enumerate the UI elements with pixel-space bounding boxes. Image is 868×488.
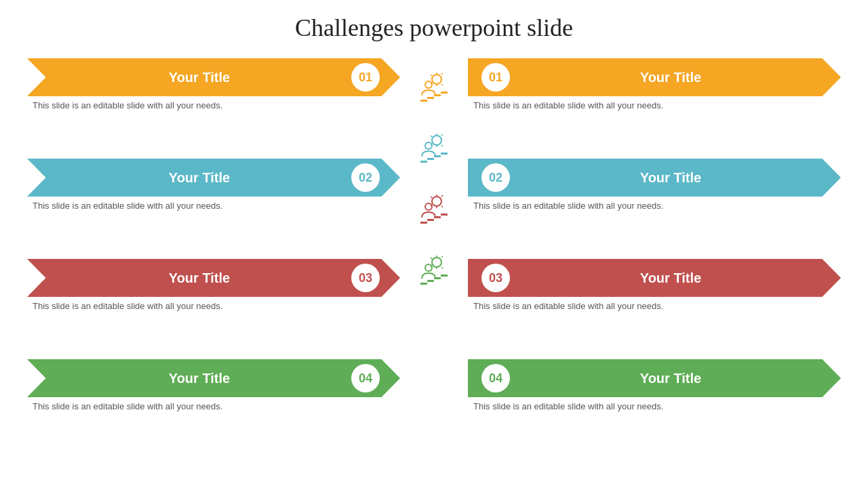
center-icon-2 (407, 126, 461, 174)
center-icon-3 (407, 187, 461, 235)
left-row-3: Your Title 03 This slide is an editable … (27, 259, 400, 359)
svg-rect-5 (441, 92, 448, 94)
right-title-3: Your Title (521, 270, 821, 286)
svg-rect-22 (434, 277, 441, 279)
left-num-2: 02 (351, 163, 380, 192)
icon-svg-2 (415, 131, 453, 169)
right-num-3: 03 (481, 264, 510, 292)
right-arrow-body-4: 04 Your Title (468, 359, 841, 397)
right-desc-1: This slide is an editable slide with all… (468, 100, 841, 110)
right-num-2: 02 (481, 163, 510, 192)
svg-point-13 (425, 203, 432, 210)
icon-svg-3 (415, 192, 453, 230)
svg-rect-11 (441, 152, 448, 155)
left-arrow-body-1: Your Title 01 (27, 58, 400, 96)
left-title-4: Your Title (47, 371, 351, 386)
svg-rect-17 (441, 214, 448, 216)
svg-rect-15 (427, 219, 434, 221)
right-row-2: 02 Your Title This slide is an editable … (468, 159, 841, 259)
svg-rect-14 (420, 222, 427, 224)
svg-rect-4 (434, 94, 441, 96)
main-content: Your Title 01 This slide is an editable … (27, 58, 841, 460)
right-arrow-2: 02 Your Title (468, 159, 841, 197)
left-num-3: 03 (351, 264, 380, 292)
right-num-1: 01 (481, 63, 510, 92)
svg-point-18 (432, 258, 441, 267)
icon-svg-1 (415, 70, 453, 108)
right-title-2: Your Title (521, 170, 821, 186)
left-num-1: 01 (351, 63, 380, 92)
svg-rect-16 (434, 216, 441, 218)
svg-rect-20 (420, 283, 427, 285)
right-row-4: 04 Your Title This slide is an editable … (468, 359, 841, 460)
left-arrow-4: Your Title 04 (27, 359, 400, 397)
svg-rect-2 (420, 100, 427, 102)
icon-svg-4 (415, 253, 453, 291)
left-column: Your Title 01 This slide is an editable … (27, 58, 400, 460)
left-num-4: 04 (351, 364, 380, 392)
center-icons (400, 58, 468, 302)
svg-point-1 (425, 81, 432, 88)
left-desc-4: This slide is an editable slide with all… (27, 401, 400, 411)
svg-point-7 (425, 142, 432, 149)
center-icon-1 (407, 65, 461, 113)
right-arrow-body-2: 02 Your Title (468, 159, 841, 197)
svg-point-0 (432, 75, 441, 84)
left-desc-2: This slide is an editable slide with all… (27, 201, 400, 211)
right-num-4: 04 (481, 364, 510, 392)
svg-rect-21 (427, 280, 434, 282)
right-desc-3: This slide is an editable slide with all… (468, 301, 841, 311)
left-title-3: Your Title (47, 270, 351, 286)
right-arrow-body-3: 03 Your Title (468, 259, 841, 297)
svg-point-12 (432, 197, 441, 206)
svg-rect-8 (420, 161, 427, 163)
left-desc-1: This slide is an editable slide with all… (27, 100, 400, 110)
svg-point-19 (425, 264, 432, 271)
svg-rect-9 (427, 158, 434, 160)
right-desc-2: This slide is an editable slide with all… (468, 201, 841, 211)
right-row-3: 03 Your Title This slide is an editable … (468, 259, 841, 359)
svg-rect-23 (441, 274, 448, 277)
left-title-1: Your Title (47, 70, 351, 85)
slide-title: Challenges powerpoint slide (295, 14, 573, 42)
svg-rect-10 (434, 155, 441, 157)
right-column: 01 Your Title This slide is an editable … (468, 58, 841, 460)
left-row-1: Your Title 01 This slide is an editable … (27, 58, 400, 159)
right-title-4: Your Title (521, 371, 821, 386)
right-arrow-4: 04 Your Title (468, 359, 841, 397)
svg-rect-3 (427, 97, 434, 99)
right-desc-4: This slide is an editable slide with all… (468, 401, 841, 411)
left-arrow-3: Your Title 03 (27, 259, 400, 297)
left-row-4: Your Title 04 This slide is an editable … (27, 359, 400, 460)
right-row-1: 01 Your Title This slide is an editable … (468, 58, 841, 159)
left-arrow-body-3: Your Title 03 (27, 259, 400, 297)
left-arrow-body-2: Your Title 02 (27, 159, 400, 197)
right-arrow-3: 03 Your Title (468, 259, 841, 297)
left-title-2: Your Title (47, 170, 351, 186)
slide: Challenges powerpoint slide Your Title 0… (0, 0, 868, 488)
left-arrow-body-4: Your Title 04 (27, 359, 400, 397)
svg-point-6 (432, 136, 441, 145)
left-row-2: Your Title 02 This slide is an editable … (27, 159, 400, 259)
right-title-1: Your Title (521, 70, 821, 85)
right-arrow-1: 01 Your Title (468, 58, 841, 96)
center-icon-4 (407, 248, 461, 296)
left-arrow-1: Your Title 01 (27, 58, 400, 96)
left-desc-3: This slide is an editable slide with all… (27, 301, 400, 311)
left-arrow-2: Your Title 02 (27, 159, 400, 197)
right-arrow-body-1: 01 Your Title (468, 58, 841, 96)
